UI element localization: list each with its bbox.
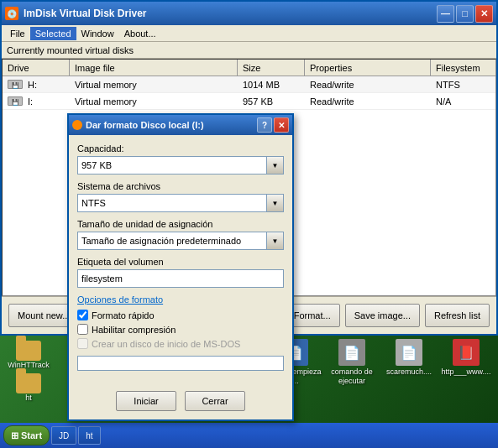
folder-icon	[16, 341, 41, 361]
allocation-dropdown-arrow: ▼	[266, 232, 283, 249]
row1-properties: Read/write	[305, 93, 431, 109]
dialog-help-button[interactable]: ?	[257, 117, 272, 133]
compress-label: Habilitar compresión	[92, 325, 176, 335]
quick-format-checkbox[interactable]	[77, 310, 88, 320]
format-dialog: Dar formato Disco local (I:) ? ✕ Capacid…	[67, 113, 294, 421]
allocation-label: Tamaño de unidad de asignación	[77, 219, 284, 229]
msdos-row: Crear un disco de inicio de MS-DOS	[77, 338, 284, 349]
menu-window[interactable]: Window	[76, 27, 119, 40]
window-controls: — □ ✕	[437, 5, 493, 23]
quick-format-label: Formato rápido	[92, 310, 155, 320]
progress-bar	[77, 356, 284, 371]
col-size[interactable]: Size	[238, 60, 305, 76]
minimize-button[interactable]: —	[437, 5, 454, 23]
desktop-icon-ht[interactable]: ht	[3, 372, 54, 404]
desktop-icon-comando[interactable]: 📄 comando de ejecutar	[325, 339, 379, 386]
dialog-content: Capacidad: 957 KB ▼ Sistema de archivos …	[69, 135, 292, 386]
allocation-group: Tamaño de unidad de asignación Tamaño de…	[77, 219, 284, 250]
row1-image-file: Virtual memory	[70, 93, 238, 109]
capacidad-dropdown[interactable]: 957 KB ▼	[77, 156, 284, 175]
maximize-button[interactable]: □	[456, 5, 474, 23]
dialog-footer: Iniciar Cerrar	[69, 386, 292, 419]
table-row[interactable]: 💾 I: Virtual memory 957 KB Read/write N/…	[3, 93, 495, 110]
capacidad-label: Capacidad:	[77, 143, 284, 154]
start-button[interactable]: Iniciar	[116, 391, 176, 411]
left-desktop-icons: WinHTTrack ht	[0, 336, 57, 408]
filesystem-dropdown[interactable]: NTFS ▼	[77, 194, 284, 212]
window-title: ImDisk Virtual Disk Driver	[24, 8, 437, 19]
dialog-title: Dar formato Disco local (I:)	[86, 120, 257, 130]
icon-label-scare: scaremuch....	[386, 367, 432, 377]
menu-about[interactable]: About...	[119, 27, 161, 40]
icon-label-pdf: http___www....	[441, 367, 490, 377]
menu-bar: File Selected Window About...	[2, 25, 496, 42]
volume-input[interactable]	[77, 269, 284, 288]
capacidad-value: 957 KB	[81, 160, 280, 170]
start-icon: ⊞	[11, 430, 18, 441]
icon-img-comando: 📄	[338, 339, 365, 366]
col-drive[interactable]: Drive	[3, 60, 70, 76]
row0-size: 1014 MB	[238, 76, 305, 92]
desktop-icon-scare[interactable]: 📄 scaremuch....	[382, 339, 436, 386]
col-properties[interactable]: Properties	[305, 60, 431, 76]
dialog-app-icon	[72, 120, 82, 130]
dialog-title-bar: Dar formato Disco local (I:) ? ✕	[69, 115, 292, 135]
menu-selected[interactable]: Selected	[30, 27, 76, 40]
icon-label-comando: comando de ejecutar	[325, 367, 379, 386]
folder-icon-2	[16, 373, 41, 393]
capacidad-group: Capacidad: 957 KB ▼	[77, 143, 284, 175]
taskbar-item-jd[interactable]: JD	[51, 426, 76, 445]
filesystem-group: Sistema de archivos NTFS ▼	[77, 181, 284, 212]
row1-drive: 💾 I:	[3, 93, 70, 109]
col-image-file[interactable]: Image file	[70, 60, 238, 76]
table-row[interactable]: 💾 H: Virtual memory 1014 MB Read/write N…	[3, 76, 495, 93]
icon-img-pdf: 📕	[453, 339, 480, 366]
dialog-controls: ? ✕	[257, 117, 289, 133]
status-text: Currently mounted virtual disks	[7, 45, 134, 55]
app-icon: 💿	[5, 7, 18, 20]
quick-format-row: Formato rápido	[77, 310, 284, 320]
desktop-icon-winhttrack[interactable]: WinHTTrack	[3, 339, 54, 372]
icon-label-winhttrack: WinHTTrack	[8, 361, 50, 370]
row0-filesystem: NTFS	[431, 76, 496, 92]
filesystem-dropdown-arrow: ▼	[266, 195, 283, 211]
save-image-button[interactable]: Save image...	[345, 304, 420, 327]
volume-label: Etiqueta del volumen	[77, 257, 284, 267]
menu-file[interactable]: File	[5, 27, 30, 40]
row0-properties: Read/write	[305, 76, 431, 92]
msdos-label: Crear un disco de inicio de MS-DOS	[92, 339, 240, 349]
row0-drive: 💾 H:	[3, 76, 70, 92]
row1-size: 957 KB	[238, 93, 305, 109]
table-header: Drive Image file Size Properties Filesys…	[3, 60, 495, 76]
filesystem-value: NTFS	[81, 198, 280, 208]
icon-img-scare: 📄	[396, 339, 422, 366]
refresh-list-button[interactable]: Refresh list	[425, 304, 490, 327]
taskbar-item-ht[interactable]: ht	[78, 426, 100, 445]
icon-label-ht: ht	[25, 393, 32, 403]
allocation-dropdown[interactable]: Tamaño de asignación predeterminado ▼	[77, 232, 284, 250]
capacidad-dropdown-arrow: ▼	[266, 157, 283, 174]
close-button[interactable]: ✕	[475, 5, 493, 23]
filesystem-label: Sistema de archivos	[77, 181, 284, 191]
format-options-link[interactable]: Opciones de formato	[77, 294, 284, 305]
compress-checkbox[interactable]	[77, 324, 88, 335]
compress-row: Habilitar compresión	[77, 324, 284, 335]
row1-filesystem: N/A	[431, 93, 496, 109]
msdos-checkbox	[77, 338, 88, 349]
start-button[interactable]: ⊞ Start	[3, 425, 50, 445]
start-label: Start	[21, 430, 42, 440]
row0-image-file: Virtual memory	[70, 76, 238, 92]
allocation-value: Tamaño de asignación predeterminado	[81, 236, 280, 246]
close-dialog-button[interactable]: Cerrar	[185, 391, 245, 411]
dialog-close-button[interactable]: ✕	[274, 117, 289, 133]
taskbar: ⊞ Start JD ht	[0, 423, 498, 448]
status-bar: Currently mounted virtual disks	[2, 42, 496, 59]
progress-area	[77, 356, 284, 371]
title-bar: 💿 ImDisk Virtual Disk Driver — □ ✕	[2, 2, 496, 25]
col-filesystem[interactable]: Filesystem	[431, 60, 496, 76]
volume-group: Etiqueta del volumen	[77, 257, 284, 288]
desktop-icon-pdf[interactable]: 📕 http___www....	[439, 339, 493, 386]
